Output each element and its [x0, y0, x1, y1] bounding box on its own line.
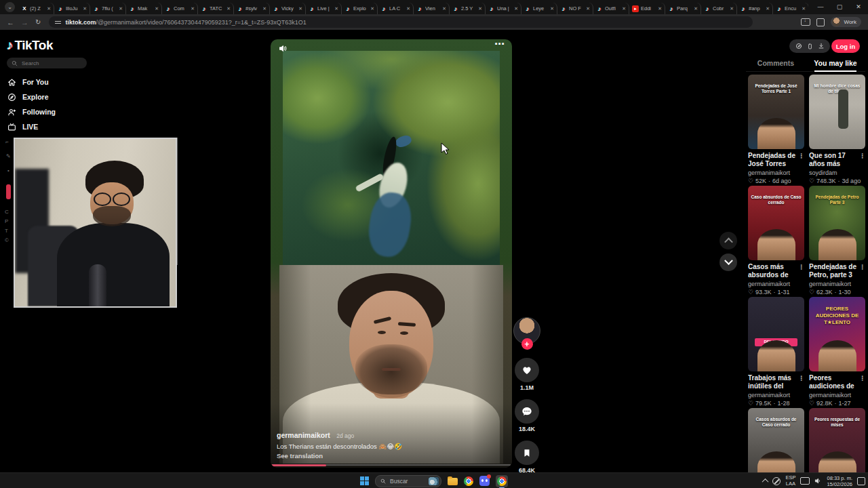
video-card[interactable]: Pendejadas de José Torres Parte 1 Pendej… — [748, 75, 804, 184]
browser-tab[interactable]: Eddi ♪ ✕ — [629, 3, 665, 14]
tab-close-icon[interactable]: ✕ — [370, 6, 374, 12]
more-options-icon[interactable]: ⋮ — [798, 263, 804, 271]
video-thumbnail[interactable]: Mi hombre dice cosas de tiktok — [809, 75, 865, 149]
sidebar-item[interactable]: LIVE — [7, 119, 56, 134]
video-author[interactable]: soydirdam — [809, 169, 865, 176]
tab-close-icon[interactable]: ✕ — [262, 6, 267, 12]
next-video-button[interactable] — [719, 253, 737, 271]
active-chrome-window[interactable] — [496, 475, 508, 487]
video-author[interactable]: germanimaikort — [748, 392, 804, 399]
more-options-icon[interactable]: ⋮ — [859, 263, 865, 271]
tab-search-button[interactable]: ⌄ — [5, 2, 15, 12]
browser-tab[interactable]: Cobr ♪ ✕ — [701, 3, 737, 14]
follow-button[interactable]: + — [521, 338, 533, 350]
browser-tab[interactable]: NO F ♪ ✕ — [557, 3, 593, 14]
video-author[interactable]: germanimaikort — [748, 169, 804, 176]
video-card[interactable]: PEORES AUDICIONES DE T★LENTO Peores audi… — [809, 297, 865, 407]
video-thumbnail[interactable]: PEORES AUDICIONES DE T★LENTO — [809, 297, 865, 371]
back-button[interactable]: ← — [7, 18, 14, 26]
tab-close-icon[interactable]: ✕ — [83, 6, 87, 12]
notification-center-icon[interactable] — [857, 477, 865, 485]
panel-tab[interactable]: Comments — [746, 57, 806, 71]
volume-icon[interactable] — [814, 477, 822, 485]
language-indicator[interactable]: ESPLAA — [785, 475, 795, 487]
maximize-button[interactable]: ▢ — [830, 0, 849, 14]
bookmark-button[interactable] — [515, 441, 539, 465]
taskbar-search-input[interactable] — [389, 477, 421, 485]
search-box[interactable] — [7, 58, 87, 68]
browser-tab[interactable]: (2) Z ♪ ✕ — [18, 3, 54, 14]
more-options-icon[interactable]: ⋮ — [798, 152, 804, 160]
video-thumbnail[interactable]: Casos absurdos de Caso cerrado — [748, 408, 804, 472]
tab-close-icon[interactable]: ✕ — [406, 6, 410, 12]
panel-tab[interactable]: You may like — [806, 57, 865, 71]
video-card[interactable]: Caso absurdos de Caso cerrado Casos más … — [748, 186, 804, 296]
tab-close-icon[interactable]: ✕ — [658, 6, 662, 12]
browser-tab[interactable]: Com ♪ ✕ — [162, 3, 198, 14]
video-username[interactable]: germanimaikort — [277, 431, 330, 439]
more-options-icon[interactable]: ⋮ — [859, 152, 865, 160]
touch-keyboard-icon[interactable] — [800, 477, 810, 485]
browser-tab[interactable]: Leye ♪ ✕ — [521, 3, 557, 14]
network-icon[interactable] — [772, 477, 781, 485]
video-thumbnail[interactable]: Peores respuestas de mises — [809, 408, 865, 472]
clock[interactable]: 08:33 p. m.15/02/2026 — [827, 475, 852, 487]
forward-button[interactable]: → — [21, 18, 28, 26]
cast-icon[interactable] — [801, 18, 810, 26]
file-explorer-icon[interactable] — [448, 478, 458, 485]
browser-tab[interactable]: TATC ♪ ✕ — [198, 3, 234, 14]
browser-tab[interactable]: LA C ♪ ✕ — [378, 3, 414, 14]
browser-tab[interactable]: Mak ♪ ✕ — [126, 3, 162, 14]
tab-close-icon[interactable]: ✕ — [694, 6, 698, 12]
browser-tab[interactable]: Live | ♪ ✕ — [306, 3, 342, 14]
tab-close-icon[interactable]: ✕ — [802, 6, 806, 12]
login-button[interactable]: Log in — [831, 39, 860, 53]
volume-icon[interactable] — [279, 43, 288, 56]
browser-tab[interactable]: Parq ♪ ✕ — [665, 3, 701, 14]
more-options-icon[interactable]: ⋯ — [494, 39, 505, 50]
browser-tab[interactable]: Explo ♪ ✕ — [342, 3, 378, 14]
comments-button[interactable] — [515, 399, 539, 424]
tab-close-icon[interactable]: ✕ — [47, 6, 51, 12]
browser-tab[interactable]: 2.5 Y ♪ ✕ — [450, 3, 486, 14]
video-card[interactable]: Mi hombre dice cosas de tiktok Que son 1… — [809, 75, 865, 184]
sidebar-item[interactable]: Explore — [7, 89, 56, 104]
tab-close-icon[interactable]: ✕ — [298, 6, 302, 12]
more-options-icon[interactable]: ⋮ — [798, 374, 804, 382]
tab-close-icon[interactable]: ✕ — [442, 6, 446, 12]
video-player[interactable]: ⋯ germanimaikort 2d ago Los Therians est… — [271, 39, 512, 468]
tab-close-icon[interactable]: ✕ — [550, 6, 554, 12]
tab-close-icon[interactable]: ✕ — [622, 6, 626, 12]
video-author[interactable]: germanimaikort — [748, 281, 804, 287]
search-input[interactable] — [20, 60, 71, 67]
extensions-icon[interactable] — [816, 18, 825, 26]
sidebar-item[interactable]: For You — [7, 75, 56, 89]
video-thumbnail[interactable]: DEL MUNDO — [748, 297, 804, 371]
tab-close-icon[interactable]: ✕ — [766, 6, 770, 12]
chrome-icon[interactable] — [464, 476, 473, 486]
video-author[interactable]: germanimaikort — [809, 392, 865, 399]
tab-close-icon[interactable]: ✕ — [478, 6, 482, 12]
browser-tab[interactable]: Encu ♪ ✕ — [773, 3, 808, 14]
video-thumbnail[interactable]: Caso absurdos de Caso cerrado — [748, 186, 804, 260]
start-button[interactable] — [360, 476, 369, 485]
browser-tab[interactable]: Outfi ♪ ✕ — [593, 3, 629, 14]
reload-button[interactable]: ↻ — [35, 18, 41, 26]
browser-tab[interactable]: Vicky ♪ ✕ — [270, 3, 306, 14]
video-card[interactable]: Pendejadas de Petro Parte 3 Pendejadas d… — [809, 186, 865, 296]
video-thumbnail[interactable]: Pendejadas de José Torres Parte 1 — [748, 75, 804, 149]
video-card[interactable]: Peores respuestas de mises ⋮ ♡ · — [809, 408, 865, 472]
browser-tab[interactable]: #anp ♪ ✕ — [737, 3, 773, 14]
like-button[interactable] — [515, 358, 539, 382]
tab-close-icon[interactable]: ✕ — [334, 6, 338, 12]
site-settings-icon[interactable] — [55, 20, 61, 25]
autoscroll-icon[interactable] — [795, 43, 802, 49]
tab-close-icon[interactable]: ✕ — [586, 6, 590, 12]
video-author[interactable]: germanimaikort — [809, 281, 865, 287]
tab-close-icon[interactable]: ✕ — [155, 6, 159, 12]
more-options-icon[interactable]: ⋮ — [859, 374, 865, 382]
tiktok-logo[interactable]: ♪ TikTok — [7, 38, 53, 53]
browser-tab[interactable]: Vien ♪ ✕ — [414, 3, 450, 14]
get-app-icon[interactable] — [807, 43, 813, 50]
address-bar[interactable]: tiktok.com/@germanimaikort/video/7606437… — [49, 16, 753, 28]
